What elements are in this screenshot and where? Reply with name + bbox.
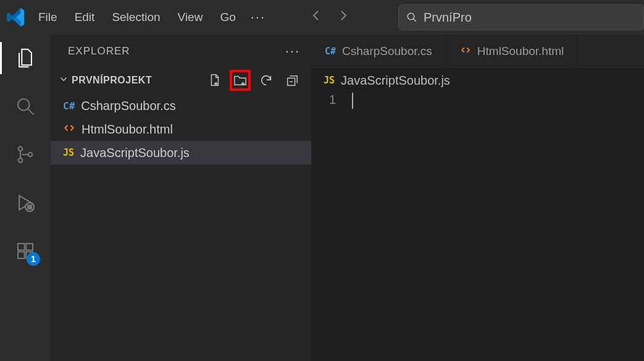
menu-bar: File Edit Selection View Go ··· (30, 6, 272, 29)
menu-file[interactable]: File (30, 7, 66, 28)
file-tree: C# CsharpSoubor.cs HtmlSoubor.html JS Ja… (51, 93, 311, 164)
svg-rect-11 (26, 244, 33, 250)
svg-point-4 (19, 147, 23, 151)
explorer-folder-name: PRVNÍPROJEKT (72, 75, 152, 86)
activity-run-debug-icon[interactable] (13, 190, 38, 215)
menu-edit[interactable]: Edit (66, 7, 104, 28)
chevron-down-icon (57, 74, 70, 88)
svg-point-6 (28, 153, 33, 157)
line-number: 1 (311, 93, 349, 107)
collapse-all-icon[interactable] (283, 71, 301, 90)
menu-overflow-icon[interactable]: ··· (245, 6, 272, 29)
file-name: JavaScriptSoubor.js (80, 146, 190, 160)
menu-selection[interactable]: Selection (103, 7, 169, 28)
nav-arrows (309, 8, 351, 27)
file-row-cs[interactable]: C# CsharpSoubor.cs (51, 94, 311, 117)
svg-rect-9 (18, 252, 25, 258)
search-placeholder: PrvníPro (424, 11, 472, 25)
menu-view[interactable]: View (169, 7, 212, 28)
tab-label: HtmlSoubor.html (477, 45, 564, 58)
csharp-file-icon: C# (325, 46, 336, 57)
editor-tabs: C# CsharpSoubor.cs HtmlSoubor.html (311, 35, 644, 68)
explorer-more-icon[interactable]: ··· (285, 43, 300, 59)
html-file-icon (63, 122, 75, 137)
csharp-file-icon: C# (63, 100, 75, 112)
title-bar: File Edit Selection View Go ··· PrvníPro (0, 0, 644, 35)
tab-label: CsharpSoubor.cs (342, 45, 432, 58)
file-row-html[interactable]: HtmlSoubor.html (51, 117, 311, 141)
explorer-title: EXPLORER (68, 45, 130, 57)
js-file-icon: JS (63, 147, 74, 158)
tab-csharp[interactable]: C# CsharpSoubor.cs (311, 35, 446, 68)
file-name: HtmlSoubor.html (82, 122, 173, 137)
svg-rect-8 (18, 244, 25, 250)
file-name: CsharpSoubor.cs (81, 99, 175, 113)
activity-extensions-icon[interactable]: 1 (13, 239, 38, 263)
html-file-icon (460, 45, 471, 59)
search-icon (406, 12, 417, 23)
menu-go[interactable]: Go (211, 7, 244, 28)
activity-explorer-icon[interactable] (13, 46, 38, 70)
js-file-icon: JS (324, 75, 335, 86)
nav-forward-icon[interactable] (336, 8, 351, 27)
svg-point-2 (18, 99, 30, 111)
explorer-folder-header[interactable]: PRVNÍPROJEKT (51, 68, 311, 93)
new-folder-icon[interactable] (231, 71, 249, 90)
activity-search-icon[interactable] (13, 94, 38, 119)
command-center-search[interactable]: PrvníPro (398, 4, 644, 30)
svg-line-1 (413, 19, 416, 22)
activity-bar: 1 (0, 35, 51, 361)
svg-point-0 (408, 13, 414, 20)
editor-text-area[interactable]: 1 (311, 93, 644, 361)
vscode-logo-icon (2, 0, 30, 35)
tab-html[interactable]: HtmlSoubor.html (446, 35, 578, 68)
new-file-icon[interactable] (205, 71, 224, 90)
activity-source-control-icon[interactable] (13, 142, 38, 167)
nav-back-icon[interactable] (309, 8, 324, 27)
extensions-badge: 1 (27, 252, 40, 266)
breadcrumb[interactable]: JS JavaScriptSoubor.js (311, 68, 644, 93)
refresh-icon[interactable] (257, 71, 275, 90)
breadcrumb-file: JavaScriptSoubor.js (341, 74, 450, 88)
svg-point-5 (19, 158, 23, 163)
sidebar-explorer: EXPLORER ··· PRVNÍPROJEKT (51, 35, 311, 361)
text-cursor (352, 93, 353, 109)
file-row-js[interactable]: JS JavaScriptSoubor.js (51, 141, 311, 164)
svg-line-3 (28, 109, 34, 115)
editor-group: C# CsharpSoubor.cs HtmlSoubor.html JS Ja… (311, 35, 644, 361)
